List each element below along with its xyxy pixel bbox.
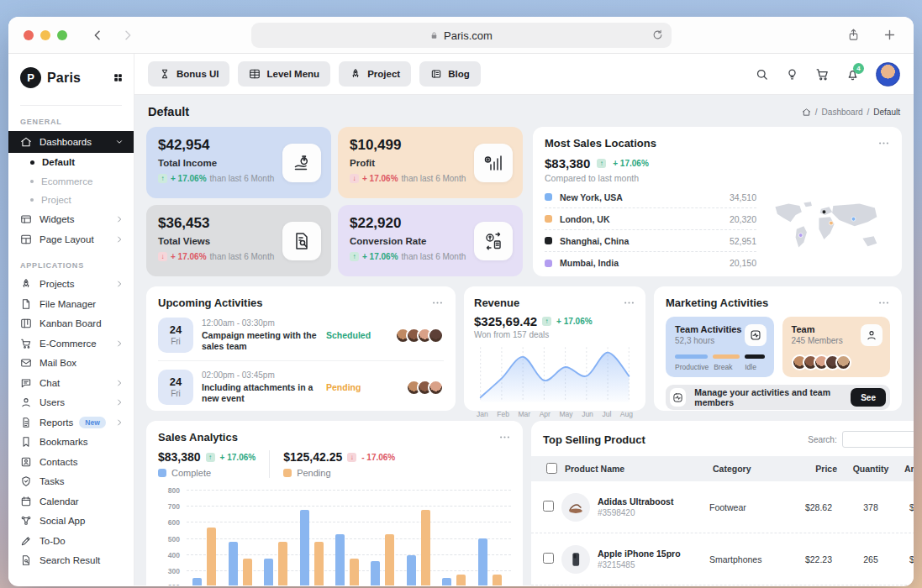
column-header: Amount (901, 464, 914, 474)
panel-title: Marketing Activities (666, 297, 768, 309)
new-tab-icon[interactable] (882, 28, 897, 42)
sidebar-item-calendar[interactable]: Calendar (8, 491, 134, 512)
y-tick-label: 200 (158, 583, 180, 585)
product-search-input[interactable] (842, 431, 914, 448)
more-options-icon[interactable] (877, 137, 890, 150)
button-label: Project (367, 69, 400, 79)
sidebar-item-bookmarks[interactable]: Bookmarks (8, 433, 134, 453)
sidebar-item-to-do[interactable]: To-Do (8, 531, 134, 551)
notification-count-badge: 4 (853, 63, 864, 74)
bonus-ui-button[interactable]: Bonus UI (148, 61, 229, 87)
activity-item[interactable]: 24 Fri 12:00am - 03:30pm Campaign meetin… (158, 309, 444, 360)
location-row: London, UK 20,320 (545, 208, 756, 230)
income-icon-box (282, 144, 321, 182)
activity-item[interactable]: 24 Fri 02:00pm - 03:45pm Including attac… (158, 360, 444, 412)
cart-icon[interactable] (815, 67, 830, 81)
row-checkbox[interactable] (543, 553, 554, 564)
activity-icon-box (745, 324, 767, 346)
product-quantity: 265 (840, 554, 901, 564)
button-label: Bonus UI (176, 69, 219, 79)
sidebar-item-projects[interactable]: Projects (8, 275, 134, 295)
search-icon[interactable] (755, 67, 769, 81)
sidebar-item-file-manager[interactable]: File Manager (8, 294, 134, 314)
legend-chip (283, 469, 292, 477)
sidebar-item-e-commerce[interactable]: E-Commerce (8, 333, 134, 354)
bar-pending (456, 575, 466, 585)
browser-window: Paris.com P Paris GENERAL Dashboards (8, 17, 914, 586)
table-row[interactable]: Adidas Ultraboost #3598420 Footwear $28.… (531, 481, 914, 533)
stat-delta: + 17.06% (362, 174, 398, 183)
close-window-button[interactable] (24, 30, 34, 40)
product-image (561, 493, 590, 522)
more-options-icon[interactable] (498, 431, 511, 444)
sidebar-subitem-default[interactable]: Default (8, 153, 134, 172)
chevron-right-icon (115, 339, 124, 348)
row-checkbox[interactable] (543, 501, 554, 512)
bar-pending (350, 559, 359, 586)
table-row[interactable]: Apple iPhone 15pro #3215485 Smartphones … (531, 533, 914, 585)
y-tick-label: 500 (158, 535, 180, 543)
sidebar-item-contacts[interactable]: Contacts (8, 452, 134, 472)
sidebar-item-tasks[interactable]: Tasks (8, 472, 134, 492)
bar-complete (229, 542, 238, 585)
lock-icon (429, 30, 439, 41)
sidebar-item-dashboards[interactable]: Dashboards (8, 131, 134, 153)
sidebar-item-kanban-board[interactable]: Kanban Board (8, 314, 134, 334)
column-header: Price (788, 464, 840, 474)
file-icon (20, 298, 32, 310)
bar-complete (407, 555, 416, 585)
profit-icon-box (474, 144, 513, 182)
reload-icon[interactable] (651, 29, 664, 41)
table-icon (249, 68, 261, 80)
select-all-checkbox[interactable] (546, 463, 557, 474)
back-icon[interactable] (91, 29, 104, 42)
bulb-icon[interactable] (785, 67, 799, 81)
see-button[interactable]: See (851, 388, 886, 407)
url-bar[interactable]: Paris.com (251, 23, 672, 48)
contact-icon (20, 456, 32, 468)
project-button[interactable]: Project (339, 61, 411, 87)
sidebar-item-chat[interactable]: Chat (8, 373, 134, 393)
zoom-window-button[interactable] (57, 30, 67, 40)
more-options-icon[interactable] (623, 297, 635, 309)
blog-button[interactable]: Blog (419, 61, 481, 87)
sidebar-item-label: Social App (40, 516, 85, 526)
apps-grid-icon[interactable] (113, 72, 124, 83)
bar-group (192, 528, 216, 585)
notifications-button[interactable]: 4 (846, 67, 860, 81)
section-label-general: GENERAL (8, 106, 134, 131)
home-icon[interactable] (802, 108, 811, 117)
location-value: 34,510 (730, 192, 756, 202)
sidebar-item-page-layout[interactable]: Page Layout (8, 229, 134, 249)
more-options-icon[interactable] (877, 297, 890, 309)
level-menu-button[interactable]: Level Menu (238, 61, 330, 87)
revenue-subtitle: Won from 157 deals (474, 330, 635, 339)
breadcrumb-dashboard[interactable]: Dashboard (822, 108, 863, 117)
share-icon[interactable] (846, 28, 861, 42)
sidebar-item-social-app[interactable]: Social App (8, 512, 134, 532)
sidebar-item-users[interactable]: Users (8, 393, 134, 413)
url-text: Paris.com (444, 29, 493, 42)
activity-text: Campaign meeting with the sales team (202, 330, 326, 352)
sidebar-item-reports[interactable]: Reports New (8, 412, 134, 433)
sidebar-item-search-result[interactable]: Search Result (8, 551, 134, 571)
search-doc-icon (20, 554, 32, 566)
sidebar-subitem-project[interactable]: Project (8, 191, 134, 210)
sidebar-subitem-ecommerce[interactable]: Ecommerce (8, 172, 134, 192)
x-tick-label: Apr (540, 410, 551, 418)
x-tick-label: Feb (497, 410, 509, 418)
sidebar-item-widgets[interactable]: Widgets (8, 210, 134, 230)
segment-label: Productive (675, 363, 709, 371)
product-name: Apple iPhone 15pro (598, 549, 681, 559)
user-avatar[interactable] (876, 62, 900, 87)
forward-icon[interactable] (121, 29, 134, 42)
new-badge: New (79, 417, 105, 428)
more-options-icon[interactable] (431, 297, 444, 309)
mail-icon (20, 357, 32, 369)
x-tick-label: Aug (620, 410, 633, 418)
x-tick-label: Mar (519, 410, 531, 418)
trend-arrow-icon: ↑ (597, 159, 606, 168)
segment-bar (745, 354, 765, 359)
sidebar-item-mail-box[interactable]: Mail Box (8, 354, 134, 374)
minimize-window-button[interactable] (40, 30, 50, 40)
